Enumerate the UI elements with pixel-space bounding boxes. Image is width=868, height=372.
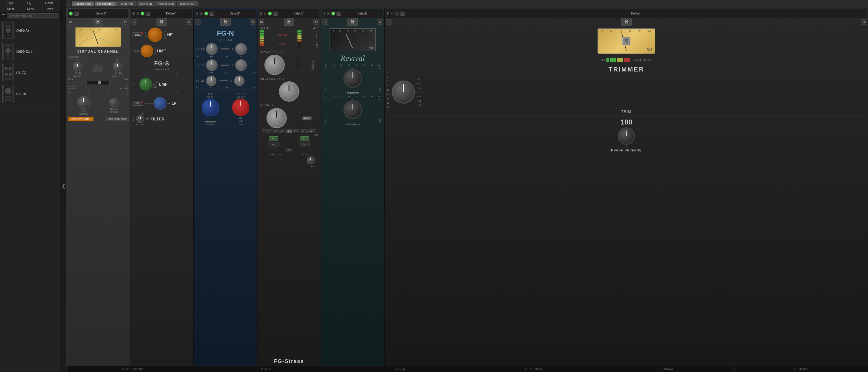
fgn-solo-button[interactable]: S — [210, 11, 214, 16]
vcc-solo-button[interactable]: S — [74, 11, 79, 16]
trimmer-power-button[interactable] — [395, 11, 399, 16]
fgn-band3-gain-knob[interactable] — [234, 76, 245, 86]
sidebar-pres[interactable]: Pres — [47, 7, 54, 11]
ratio-2-1[interactable]: 2:1 — [268, 130, 274, 133]
ratio-10-1[interactable]: 10:1 — [292, 130, 300, 133]
sidebar-item-cs-eq[interactable]: CS-EQ — [0, 62, 60, 83]
ratio-20-1[interactable]: 20:1 — [300, 130, 307, 133]
fgs-filter-knob[interactable] — [136, 115, 144, 123]
fgn-band2-freq-knob[interactable] — [206, 59, 218, 71]
fgs-lf-knob[interactable] — [154, 97, 166, 110]
fgstress-power-button[interactable] — [268, 11, 272, 16]
home-icon[interactable]: ⌂ — [68, 2, 70, 6]
fgs-main-title: FG-S — [131, 60, 192, 67]
trimmer-left-icon[interactable]: ⊞ — [386, 20, 392, 25]
fgstress-link-button[interactable]: Link — [285, 148, 293, 152]
revival-left-icon[interactable]: ⊞ — [322, 20, 328, 25]
fgs-bell-button-hf[interactable]: BELL — [132, 32, 143, 37]
tab-xtreme-strip[interactable]: Xtreme Strip — [155, 1, 177, 6]
ratio-1-1[interactable]: 1:1 — [262, 130, 267, 133]
fgstress-close-button[interactable]: ✕ — [263, 11, 267, 16]
fgstress-dist3-button[interactable]: Dist 3 — [300, 142, 309, 146]
revival-shimmer-knob[interactable] — [343, 69, 362, 88]
ratio-4-1[interactable]: 4:1 — [280, 130, 286, 133]
fgn-lo-filter-knob[interactable] — [202, 99, 219, 116]
tab-vibe-strip[interactable]: Vibe Strip — [136, 1, 154, 6]
trimmer-phase-knob[interactable] — [618, 127, 635, 145]
sidebar-harm[interactable]: Harm — [45, 1, 53, 5]
revival-thickness-knob[interactable] — [343, 101, 362, 119]
fgn-band1-freq-knob[interactable] — [206, 43, 218, 55]
sidebar-eq[interactable]: EQ — [27, 1, 32, 5]
sidebar-collapse-arrow[interactable]: ❮ — [61, 0, 66, 372]
vcc-noise-reduction-button[interactable]: NOISE REDUCTION — [68, 117, 93, 121]
fgstress-solo-button[interactable]: S — [273, 11, 278, 16]
tab-mixbuss-strip[interactable]: Mixbuss Stri. — [177, 1, 198, 6]
fgs-right-icon[interactable]: ⚙ — [186, 20, 192, 25]
fgn-drive-switch[interactable] — [205, 121, 216, 122]
fgstress-right-icon[interactable]: ⚙ — [313, 20, 319, 25]
vcc-group-bypass-button[interactable]: GROUP BYPASS — [106, 117, 128, 121]
tab-deep-strip[interactable]: Deep Strip — [117, 1, 136, 6]
fgn-right-icon[interactable]: ⚙ — [250, 20, 256, 25]
sidebar-dyn[interactable]: Dyn — [7, 1, 13, 5]
fgn-hi-filter-knob[interactable] — [232, 99, 249, 116]
vcc-drive-knob[interactable] — [77, 96, 90, 109]
fgs-lmf-knob[interactable] — [140, 78, 152, 91]
fgstress-mix-knob[interactable] — [307, 156, 315, 165]
ratio-3-1[interactable]: 3:1 — [274, 130, 280, 133]
tab-classic-strip-1[interactable]: Classic Strip. — [72, 1, 94, 6]
fgs-solo-button[interactable]: S — [146, 11, 151, 16]
revival-right-icon[interactable]: ⚙ — [377, 20, 383, 25]
fgstress-attack-knob[interactable] — [265, 55, 285, 75]
revival-solo-button[interactable]: S — [337, 11, 341, 16]
vcc-right-icon[interactable]: ⚙ — [122, 20, 128, 25]
vcc-left-icon[interactable]: ⊞ — [68, 20, 73, 25]
fgstress-hp-button2[interactable]: HP — [300, 136, 309, 141]
fgs-hmf-knob[interactable] — [141, 45, 153, 57]
sidebar-mics[interactable]: Mics — [27, 7, 34, 11]
revival-close-button[interactable]: ✕ — [327, 11, 330, 16]
fgstress-left-icon[interactable]: ⊞ — [259, 20, 265, 25]
search-input[interactable] — [7, 13, 59, 19]
sidebar-item-cs-lift[interactable]: CS-Lift — [0, 83, 60, 105]
fgn-band3-freq-knob[interactable] — [206, 76, 216, 86]
trimmer-right-icon[interactable]: ⚙ — [861, 20, 867, 25]
vcc-power-button[interactable] — [69, 11, 73, 16]
fgn-band3-slider[interactable] — [219, 80, 228, 81]
fgn-power-button[interactable] — [204, 11, 208, 16]
sidebar-item-aireq-air[interactable]: AirEQ Air — [0, 20, 60, 41]
vcc-output-knob[interactable] — [113, 62, 122, 71]
fgstress-release-knob[interactable] — [279, 81, 299, 102]
fgs-close-button[interactable]: ✕ — [136, 11, 140, 16]
vcc-group-knob[interactable] — [110, 98, 119, 107]
fgstress-output-knob[interactable] — [267, 108, 287, 128]
sidebar-mast[interactable]: Mast — [7, 7, 14, 11]
trimmer-close-button[interactable]: ✕ — [390, 11, 394, 16]
fgs-power-button[interactable] — [141, 11, 145, 16]
ratio-6-1[interactable]: 6:1 — [286, 130, 292, 133]
ratio-nuke[interactable]: NUKE — [307, 130, 316, 133]
trimmer-solo-button[interactable]: S — [400, 11, 405, 16]
fgn-close-button[interactable]: ✕ — [199, 11, 203, 16]
fgn-band1-gain-knob[interactable] — [235, 43, 247, 55]
hamburger-icon[interactable]: ☰ — [2, 13, 5, 18]
sidebar-item-aireq-earth[interactable]: AirEQ Earth — [0, 41, 60, 62]
fgs-hf-knob[interactable] — [148, 28, 162, 42]
vcc-close-button[interactable]: — — [123, 11, 127, 16]
revival-power-button[interactable] — [331, 11, 335, 16]
tab-classic-strip-2[interactable]: Classic Strip. — [95, 1, 117, 6]
fgn-band2-gain-knob[interactable] — [235, 59, 247, 71]
vcc-char-slider-input[interactable] — [87, 81, 110, 85]
trimmer-trim-knob[interactable] — [392, 81, 415, 104]
fgn-left-icon[interactable]: ⊞ — [195, 20, 201, 25]
fgn-band1-slider[interactable] — [220, 48, 229, 50]
vcc-input-knob[interactable] — [73, 62, 82, 71]
fgstress-ratio-button[interactable]: RATIO — [302, 116, 312, 120]
fgs-bell-button-lf[interactable]: BELL — [132, 101, 143, 106]
fgn-band2-slider[interactable] — [220, 64, 229, 66]
fgstress-dist2-button[interactable]: Dist 2 — [269, 142, 278, 146]
fgstress-hp-button[interactable]: HP — [269, 136, 278, 141]
vcc-link-switch[interactable] — [93, 67, 101, 72]
fgs-left-icon[interactable]: ⊞ — [131, 20, 137, 25]
